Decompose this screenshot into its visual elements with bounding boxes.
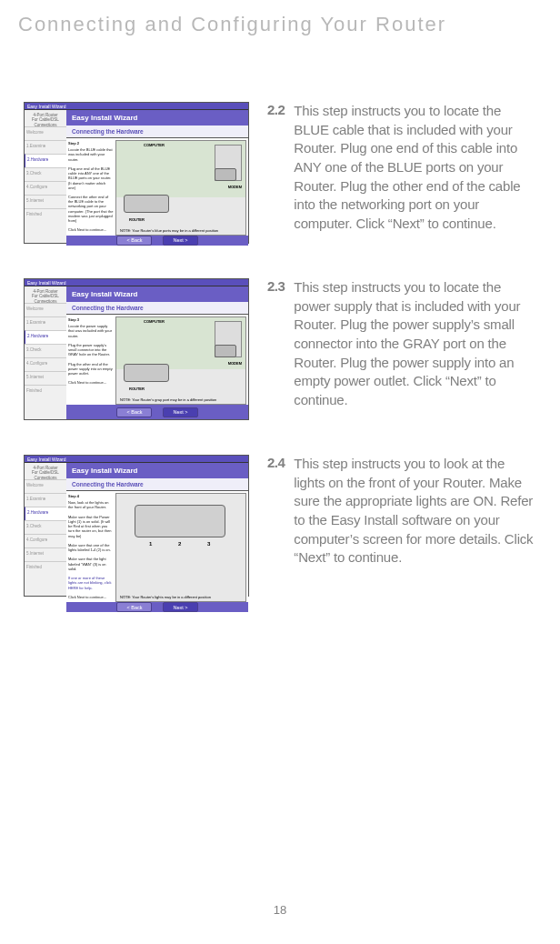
page-title: Connecting and Configuring Your Router — [0, 0, 560, 36]
wizard-subtitle: Connecting the Hardware — [66, 302, 248, 314]
screenshot-step4: Easy Install Wizard 4-Port Router For Ca… — [24, 455, 249, 597]
nav-internet[interactable]: 5.Internet — [25, 371, 66, 385]
light-2: 2 — [178, 541, 181, 547]
nav-internet[interactable]: 5.Internet — [25, 195, 66, 208]
instr-p1: Locate the power supply that was include… — [68, 324, 114, 338]
nav-hardware[interactable]: 2.Hardware — [25, 154, 66, 167]
nav-finished[interactable]: Finished — [25, 561, 66, 575]
instr-p4: Click Next to continue... — [68, 380, 114, 385]
hardware-illustration: COMPUTER MODEM ROUTER NOTE: Your Router'… — [115, 316, 246, 405]
step-number: 2.2 — [267, 102, 285, 117]
instruction-text: Step 2 Locate the BLUE cable that was in… — [66, 138, 115, 236]
wizard-subtitle: Connecting the Hardware — [66, 478, 248, 490]
nav-configure[interactable]: 4.Configure — [25, 357, 66, 371]
sidebar-logo: 4-Port Router For Cable/DSL Connections — [25, 286, 66, 303]
sidebar-logo: 4-Port Router For Cable/DSL Connections — [25, 463, 66, 479]
window-titlebar: Easy Install Wizard — [25, 103, 248, 110]
nav-examine[interactable]: 1.Examine — [25, 493, 66, 507]
instr-p3: Connect the other end of the BLUE cable … — [68, 195, 114, 223]
label-modem: MODEM — [228, 361, 242, 366]
screenshot-step3: Easy Install Wizard 4-Port Router For Ca… — [24, 278, 249, 420]
instruction-text: Step 4 Now, look at the lights on the fr… — [66, 491, 115, 602]
help-link[interactable]: If one or more of these lights are not b… — [68, 576, 114, 590]
nav-finished[interactable]: Finished — [25, 208, 66, 222]
label-computer: COMPUTER — [144, 319, 165, 324]
instr-p6: Click Next to continue... — [68, 595, 114, 599]
nav-examine[interactable]: 1.Examine — [25, 316, 66, 330]
note-text: NOTE: Your Router's lights may be in a d… — [120, 595, 211, 599]
nav-examine[interactable]: 1.Examine — [25, 140, 66, 154]
instruction-text: Step 3 Locate the power supply that was … — [66, 315, 115, 405]
window-titlebar: Easy Install Wizard — [25, 279, 248, 286]
step-row-24: Easy Install Wizard 4-Port Router For Ca… — [24, 455, 538, 597]
nav-welcome[interactable]: Welcome — [25, 303, 66, 316]
wizard-footer: < Back Next > — [66, 602, 248, 612]
wizard-title: Easy Install Wizard — [66, 286, 248, 302]
step-row-22: Easy Install Wizard 4-Port Router For Ca… — [24, 102, 538, 244]
content-area: Easy Install Wizard 4-Port Router For Ca… — [0, 36, 560, 597]
wizard-main: Easy Install Wizard Connecting the Hardw… — [66, 463, 248, 596]
nav-check[interactable]: 3.Check — [25, 344, 66, 357]
back-button[interactable]: < Back — [116, 407, 152, 417]
nav-configure[interactable]: 4.Configure — [25, 181, 66, 195]
wizard-content: Step 3 Locate the power supply that was … — [66, 314, 248, 405]
hardware-illustration: COMPUTER MODEM ROUTER NOTE: Your Router'… — [115, 140, 246, 236]
step-description: This step instructs you to look at the l… — [294, 455, 538, 567]
modem-icon — [215, 345, 236, 357]
step-text-24: 2.4 This step instructs you to look at t… — [249, 455, 538, 567]
back-button[interactable]: < Back — [116, 602, 152, 612]
next-button[interactable]: Next > — [163, 236, 197, 246]
instr-p3: Plug the other end of the power supply i… — [68, 362, 114, 377]
next-button[interactable]: Next > — [163, 602, 197, 612]
light-3: 3 — [207, 541, 210, 547]
wizard-sidebar: 4-Port Router For Cable/DSL Connections … — [25, 286, 66, 419]
step-text-22: 2.2 This step instructs you to locate th… — [249, 102, 538, 234]
wizard-main: Easy Install Wizard Connecting the Hardw… — [66, 110, 248, 243]
step-row-23: Easy Install Wizard 4-Port Router For Ca… — [24, 278, 538, 420]
instr-p2: Plug one end of the BLUE cable into ANY … — [68, 166, 114, 190]
label-router: ROUTER — [129, 217, 145, 222]
modem-icon — [215, 168, 236, 181]
instr-p4: Make sure that the light labeled "WAN" (… — [68, 557, 114, 571]
wizard-sidebar: 4-Port Router For Cable/DSL Connections … — [25, 110, 66, 243]
wizard-title: Easy Install Wizard — [66, 110, 248, 126]
page-number: 18 — [274, 903, 286, 917]
sidebar-logo: 4-Port Router For Cable/DSL Connections — [25, 110, 66, 126]
window-titlebar: Easy Install Wizard — [25, 456, 248, 463]
wizard-subtitle: Connecting the Hardware — [66, 126, 248, 137]
step-number: 2.3 — [267, 278, 285, 294]
nav-internet[interactable]: 5.Internet — [25, 547, 66, 561]
nav-welcome[interactable]: Welcome — [25, 479, 66, 493]
nav-hardware[interactable]: 2.Hardware — [25, 507, 66, 520]
router-icon — [124, 195, 169, 213]
label-router: ROUTER — [129, 387, 145, 391]
back-button[interactable]: < Back — [116, 236, 152, 246]
next-button[interactable]: Next > — [163, 407, 197, 417]
instr-p1: Locate the BLUE cable that was included … — [68, 147, 114, 162]
router-icon — [124, 364, 169, 382]
step-description: This step instructs you to locate the po… — [294, 278, 538, 410]
nav-check[interactable]: 3.Check — [25, 167, 66, 181]
instr-p2: Plug the power supply's small connector … — [68, 343, 114, 357]
wizard-footer: < Back Next > — [66, 405, 248, 419]
instr-p1: Now, look at the lights on the front of … — [68, 500, 114, 509]
wizard-main: Easy Install Wizard Connecting the Hardw… — [66, 286, 248, 419]
screenshot-step2: Easy Install Wizard 4-Port Router For Ca… — [24, 102, 249, 244]
nav-check[interactable]: 3.Check — [25, 520, 66, 534]
lights-illustration: 1 2 3 NOTE: Your Router's lights may be … — [115, 493, 246, 602]
step-number: 2.4 — [267, 455, 285, 470]
router-front-icon — [135, 505, 225, 537]
step-label: Step 2 — [68, 141, 114, 146]
nav-hardware[interactable]: 2.Hardware — [25, 330, 66, 344]
wizard-title: Easy Install Wizard — [66, 463, 248, 478]
note-text: NOTE: Your Router's gray port may be in … — [120, 397, 216, 402]
step-description: This step instructs you to locate the BL… — [294, 102, 538, 234]
step-label: Step 4 — [68, 494, 114, 498]
nav-configure[interactable]: 4.Configure — [25, 534, 66, 547]
nav-welcome[interactable]: Welcome — [25, 126, 66, 140]
label-modem: MODEM — [228, 185, 242, 189]
label-computer: COMPUTER — [144, 143, 165, 147]
light-1: 1 — [149, 541, 152, 547]
nav-finished[interactable]: Finished — [25, 385, 66, 398]
wizard-content: Step 2 Locate the BLUE cable that was in… — [66, 137, 248, 236]
